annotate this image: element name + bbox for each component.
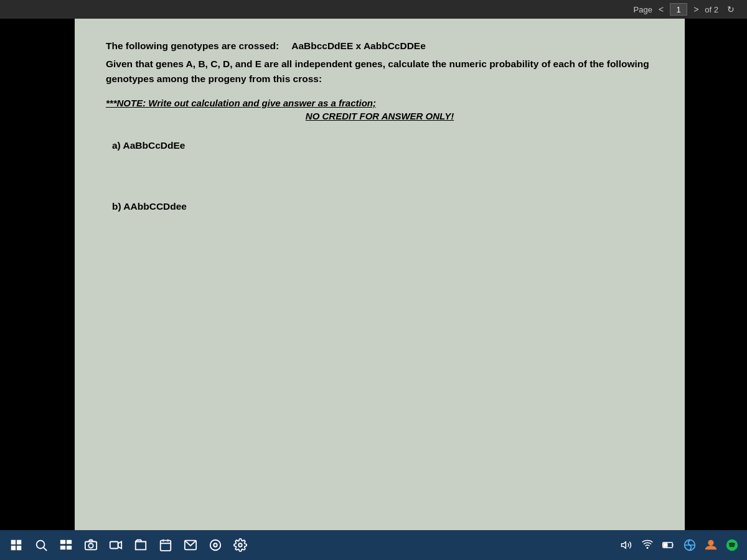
file-explorer-button[interactable] [129,534,152,556]
camera-button[interactable] [80,534,102,556]
svg-rect-20 [664,543,667,547]
right-margin [685,19,691,530]
svg-point-21 [708,540,713,546]
svg-rect-5 [67,546,72,549]
main-area: The following genotypes are crossed: AaB… [0,19,747,530]
no-credit-line: NO CREDIT FOR ANSWER ONLY! [106,111,654,121]
user-profile-icon[interactable] [701,534,721,556]
svg-point-7 [88,543,93,548]
search-button[interactable] [30,534,52,556]
page-label: Page [634,5,652,14]
part-a: a) AaBbCcDdEe [112,140,654,151]
calendar-button[interactable] [154,534,177,556]
system-tray [616,534,742,556]
top-bar: Page < 1 > of 2 ↻ [0,0,747,19]
svg-point-15 [214,543,217,547]
svg-rect-8 [110,542,118,549]
svg-rect-2 [60,540,65,544]
refresh-button[interactable]: ↻ [727,4,735,14]
video-call-button[interactable] [105,534,127,556]
question-body: Given that genes A, B, C, D, and E are a… [106,57,654,86]
spotify-icon[interactable] [722,534,742,556]
svg-point-18 [647,548,648,549]
svg-marker-17 [622,542,626,549]
total-pages: of 2 [705,5,718,14]
taskbar [0,530,747,560]
settings-button[interactable] [229,534,251,556]
note-line: ***NOTE: Write out calculation and give … [106,98,654,108]
prev-page-button[interactable]: < [656,3,666,16]
edge-icon[interactable] [680,534,700,556]
battery-icon[interactable] [659,534,679,556]
question-header: The following genotypes are crossed: AaB… [106,40,654,52]
svg-rect-9 [161,541,171,551]
cross-formula: AaBbccDdEE x AabbCcDDEe [291,40,426,52]
svg-line-1 [44,548,47,551]
document-page: The following genotypes are crossed: AaB… [75,19,685,530]
note-section: ***NOTE: Write out calculation and give … [106,98,654,121]
question-intro: The following genotypes are crossed: [106,40,279,52]
task-view-button[interactable] [55,534,77,556]
media-button[interactable] [204,534,227,556]
svg-point-0 [37,541,45,549]
part-b: b) AAbbCCDdee [112,201,654,212]
next-page-button[interactable]: > [691,3,701,16]
svg-point-16 [238,543,242,547]
windows-start-button[interactable] [5,534,27,556]
volume-icon[interactable] [616,534,636,556]
svg-rect-4 [60,546,65,549]
network-icon[interactable] [637,534,657,556]
svg-point-14 [210,540,221,551]
mail-button[interactable] [179,534,202,556]
page-number-input[interactable]: 1 [670,3,687,16]
left-margin [0,19,75,530]
svg-rect-3 [67,540,72,544]
